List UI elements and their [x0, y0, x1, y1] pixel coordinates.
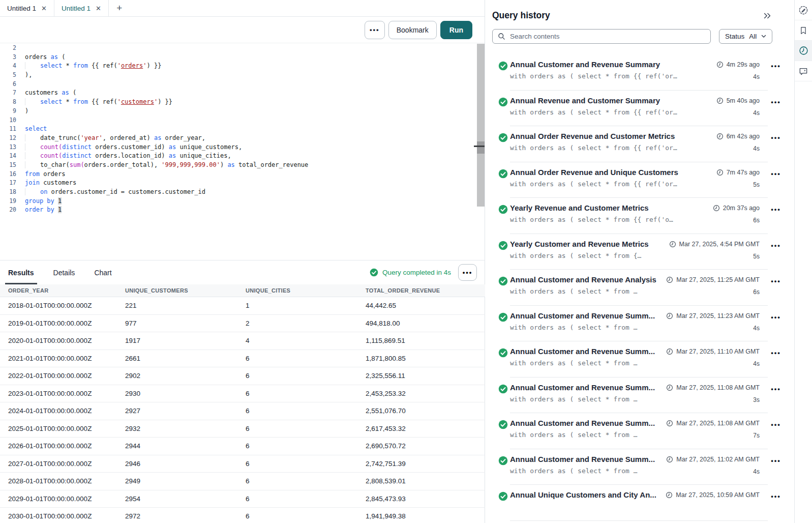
table-cell: 2949 [125, 477, 246, 485]
tab-chart[interactable]: Chart [94, 260, 111, 284]
code-line[interactable]: 13 count(distinct orders.customer_id) as… [0, 143, 485, 152]
search-box[interactable] [492, 29, 711, 44]
query-history-item[interactable]: Annual Customer and Revenue Summary 4m 2… [485, 54, 794, 91]
code-line[interactable]: 9) [0, 107, 485, 116]
query-history-item[interactable]: Annual Customer and Revenue Summ... Mar … [485, 449, 794, 485]
table-cell: 221 [125, 302, 246, 309]
query-history-item[interactable]: Annual Revenue and Customer Summary 5m 4… [485, 91, 794, 127]
tab-label: Untitled 1 [62, 5, 91, 12]
query-timestamp: Mar 27, 2025, 11:08 AM GMT [666, 419, 760, 428]
table-row: 2028-01-01T00:00:00.000Z294962,808,539.0… [0, 473, 485, 490]
code-line[interactable]: 11select [0, 125, 485, 134]
tab-results[interactable]: Results [8, 260, 34, 284]
code-line[interactable]: 3orders as ( [0, 53, 485, 62]
item-more-button[interactable]: ••• [771, 455, 781, 464]
query-history-item[interactable]: Annual Customer and Revenue Summ... Mar … [485, 413, 794, 449]
editor-scrollbar-thumb[interactable] [477, 141, 485, 154]
query-history-item[interactable]: Annual Customer and Revenue Summ... Mar … [485, 341, 794, 377]
tab-untitled-1[interactable]: Untitled 1 ✕ [0, 0, 54, 16]
item-more-button[interactable]: ••• [771, 240, 781, 249]
code-line[interactable]: 2 [0, 44, 485, 53]
query-history-item[interactable]: Annual Unique Customers and City An... M… [485, 485, 794, 521]
close-tab-icon[interactable]: ✕ [96, 5, 101, 12]
query-title: Yearly Revenue and Customer Metrics [510, 204, 708, 213]
new-tab-button[interactable]: + [109, 0, 130, 16]
code-line[interactable]: 12 date_trunc('year', ordered_at) as ord… [0, 134, 485, 143]
code-line[interactable]: 8 select * from {{ ref('customers') }} [0, 98, 485, 107]
code-line[interactable]: 4 select * from {{ ref('orders') }} [0, 62, 485, 71]
item-more-button[interactable]: ••• [771, 132, 781, 141]
item-more-button[interactable]: ••• [771, 311, 781, 321]
code-line[interactable]: 16from orders [0, 170, 485, 179]
status-filter-dropdown[interactable]: Status All [719, 29, 772, 44]
item-more-button[interactable]: ••• [771, 204, 781, 213]
success-check-icon [498, 348, 508, 358]
query-duration: 4s [753, 109, 760, 117]
item-more-button[interactable]: ••• [771, 275, 781, 284]
compass-edit-icon [798, 5, 808, 15]
rail-item-explore[interactable] [795, 0, 812, 20]
rail-item-query-history[interactable] [795, 41, 812, 61]
query-duration: 6s [753, 288, 760, 296]
more-options-button[interactable]: ••• [365, 21, 385, 39]
query-history-item[interactable]: Yearly Revenue and Customer Metrics 20m … [485, 198, 794, 234]
code-line[interactable]: 7customers as ( [0, 89, 485, 98]
code-line[interactable]: 20order by 1 [0, 206, 485, 215]
code-line[interactable]: 19group by 1 [0, 197, 485, 206]
sql-code-editor[interactable]: 23orders as (4 select * from {{ ref('ord… [0, 44, 485, 257]
query-timestamp: Mar 27, 2025, 11:25 AM GMT [666, 275, 760, 284]
query-history-item[interactable]: Annual Order Revenue and Unique Customer… [485, 162, 794, 198]
item-more-button[interactable]: ••• [771, 60, 781, 69]
code-line[interactable]: 6 [0, 80, 485, 89]
query-history-item[interactable]: Annual Customer and Revenue Analysis Mar… [485, 270, 794, 306]
table-cell: 2902 [125, 372, 246, 380]
results-more-button[interactable]: ••• [458, 264, 477, 281]
table-cell: 6 [246, 442, 366, 450]
success-check-icon [498, 61, 508, 71]
code-line[interactable]: 5), [0, 71, 485, 80]
ellipsis-icon: ••• [463, 269, 473, 276]
item-more-button[interactable]: ••• [771, 419, 781, 428]
code-line[interactable]: 15 to_char(sum(orders.order_total), '999… [0, 161, 485, 170]
panel-title: Query history [492, 10, 550, 21]
table-cell: 2954 [125, 495, 246, 503]
table-cell: 2,690,570.72 [366, 442, 477, 450]
bookmark-button[interactable]: Bookmark [388, 21, 437, 39]
query-history-item[interactable]: Yearly Customer and Revenue Metrics Mar … [485, 234, 794, 270]
item-more-button[interactable]: ••• [771, 168, 781, 177]
line-number: 8 [0, 98, 16, 107]
item-more-button[interactable]: ••• [771, 347, 781, 356]
close-tab-icon[interactable]: ✕ [41, 5, 47, 12]
results-table-body: 2018-01-01T00:00:00.000Z221144,442.65201… [0, 297, 485, 523]
success-check-icon [498, 312, 508, 322]
tab-untitled-1-active[interactable]: Untitled 1 ✕ [54, 0, 109, 16]
query-history-item[interactable]: Annual Customer and Revenue Summ... Mar … [485, 377, 794, 414]
item-more-button[interactable]: ••• [771, 96, 781, 105]
search-input[interactable] [510, 33, 705, 40]
query-timestamp: 5m 40s ago [716, 96, 760, 105]
table-cell: 6 [246, 407, 366, 415]
item-more-button[interactable]: ••• [771, 383, 781, 392]
code-line[interactable]: 17join customers [0, 179, 485, 188]
table-row: 2027-01-01T00:00:00.000Z294662,742,751.3… [0, 455, 485, 473]
query-sql-preview: with orders as ( select * from {{ ref('o… [510, 144, 711, 152]
editor-scrollbar[interactable] [477, 44, 485, 207]
code-line[interactable]: 18 on orders.customer_id = customers.cus… [0, 188, 485, 197]
status-filter-label: Status [725, 33, 744, 40]
query-history-item[interactable]: Annual Order Revenue and Customer Metric… [485, 126, 794, 162]
clock-icon [666, 384, 673, 391]
clock-icon [716, 133, 724, 140]
run-button[interactable]: Run [440, 21, 472, 39]
code-line[interactable]: 10 [0, 116, 485, 125]
tab-details[interactable]: Details [53, 260, 75, 284]
table-cell: 2021-01-01T00:00:00.000Z [8, 355, 125, 362]
query-history-item[interactable]: Annual Customer and Revenue Summ... Mar … [485, 306, 794, 342]
item-more-button[interactable]: ••• [771, 490, 781, 500]
code-line[interactable]: 14 count(distinct orders.location_id) as… [0, 152, 485, 161]
rail-item-assistant[interactable] [795, 61, 812, 81]
history-clock-icon [799, 46, 808, 55]
double-chevron-right-icon [763, 12, 772, 20]
results-section: Results Details Chart Query completed in… [0, 260, 485, 523]
rail-item-bookmarks[interactable] [795, 20, 812, 41]
collapse-panel-button[interactable] [763, 12, 772, 20]
